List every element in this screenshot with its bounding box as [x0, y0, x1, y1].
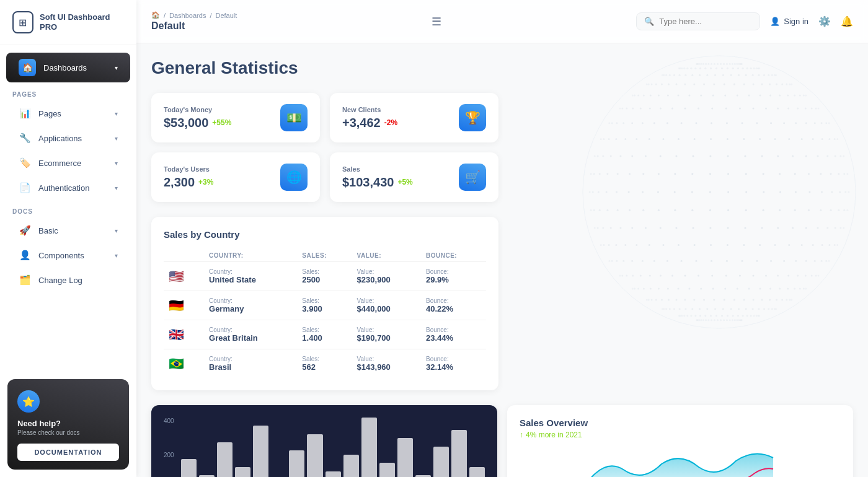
- svg-point-241: [844, 191, 846, 193]
- svg-point-88: [790, 299, 792, 301]
- table-row: 🇬🇧 Country: Great Britain Sales: 1.400 V…: [164, 320, 486, 349]
- country-flag: 🇧🇷: [164, 349, 204, 379]
- country-flag: 🇩🇪: [164, 291, 204, 320]
- svg-point-375: [646, 83, 648, 85]
- sidebar-item-authentication[interactable]: 📄 Authentication ▾: [6, 176, 130, 199]
- col-header-country: [164, 250, 204, 262]
- svg-point-384: [703, 83, 705, 85]
- sidebar-item-pages[interactable]: 📊 Pages ▾: [6, 102, 130, 125]
- table-row: 🇧🇷 Country: Brasil Sales: 562 Value: $14…: [164, 349, 486, 379]
- sidebar-item-basic[interactable]: 🚀 Basic ▾: [6, 219, 130, 242]
- bar-group: [415, 418, 431, 477]
- svg-point-99: [712, 288, 714, 290]
- svg-point-159: [624, 244, 626, 246]
- svg-point-185: [675, 227, 677, 229]
- country-bounce: Bounce: 32.14%: [421, 349, 486, 379]
- svg-point-21: [740, 319, 742, 321]
- svg-point-382: [684, 83, 686, 85]
- documentation-button[interactable]: DOCUMENTATION: [17, 444, 119, 461]
- svg-point-266: [597, 155, 599, 157]
- svg-point-237: [808, 191, 810, 193]
- svg-point-392: [776, 83, 777, 85]
- svg-point-262: [838, 173, 839, 175]
- svg-point-40: [750, 315, 752, 317]
- svg-point-98: [700, 288, 702, 290]
- sidebar-item-dashboards[interactable]: 🏠 Dashboards ▾: [6, 53, 130, 82]
- signin-button[interactable]: 👤 Sign in: [770, 17, 808, 26]
- svg-point-339: [684, 108, 686, 110]
- svg-point-346: [777, 108, 779, 110]
- svg-point-257: [779, 173, 781, 175]
- hamburger-menu[interactable]: ☰: [432, 15, 441, 28]
- bar: [343, 455, 359, 477]
- svg-point-104: [769, 288, 771, 290]
- svg-point-277: [744, 155, 746, 157]
- page-title: General Statistics: [151, 58, 853, 78]
- svg-point-86: [786, 299, 787, 301]
- svg-point-299: [743, 138, 745, 140]
- svg-point-154: [828, 260, 830, 262]
- svg-point-231: [709, 191, 711, 193]
- svg-point-313: [631, 122, 633, 124]
- svg-point-229: [674, 191, 676, 193]
- settings-icon[interactable]: ⚙️: [818, 15, 831, 27]
- svg-point-169: [774, 244, 776, 246]
- svg-point-288: [603, 138, 604, 140]
- svg-point-376: [648, 83, 650, 85]
- svg-point-324: [783, 122, 785, 124]
- country-name: Country: United State: [204, 262, 297, 291]
- stat-label-sales: Sales: [342, 165, 413, 173]
- svg-point-124: [753, 274, 755, 276]
- svg-point-318: [695, 122, 697, 124]
- bar: [469, 467, 485, 477]
- country-flag: 🇺🇸: [164, 262, 204, 291]
- svg-point-126: [777, 274, 779, 276]
- breadcrumb-dashboards: Dashboards: [169, 12, 206, 19]
- svg-point-150: [805, 260, 807, 262]
- svg-point-188: [727, 227, 729, 229]
- svg-point-64: [771, 308, 773, 310]
- search-box[interactable]: 🔍: [636, 12, 760, 30]
- country-bounce: Bounce: 29.9%: [421, 262, 486, 291]
- svg-point-82: [761, 299, 763, 301]
- svg-point-368: [769, 94, 771, 96]
- col-header-country-name: Country:: [204, 250, 297, 262]
- svg-point-252: [691, 173, 693, 175]
- svg-point-259: [808, 173, 810, 175]
- svg-point-62: [763, 308, 765, 310]
- svg-point-111: [619, 274, 621, 276]
- col-header-bounce: Bounce:: [421, 250, 486, 262]
- svg-point-314: [642, 122, 644, 124]
- svg-point-55: [714, 308, 716, 310]
- svg-point-280: [792, 155, 794, 157]
- search-input[interactable]: [659, 17, 752, 26]
- authentication-label: Authentication: [38, 183, 89, 193]
- sidebar-item-changelog[interactable]: 🗂️ Change Log: [6, 268, 130, 292]
- svg-point-216: [820, 209, 822, 211]
- bar-group: [451, 418, 467, 477]
- sidebar-item-ecommerce[interactable]: 🏷️ Ecommerce ▾: [6, 151, 130, 175]
- svg-point-342: [725, 108, 727, 110]
- bar-group: [199, 418, 215, 477]
- chevron-down-icon: ▾: [115, 64, 118, 71]
- svg-point-178: [597, 227, 599, 229]
- svg-point-307: [834, 138, 836, 140]
- sidebar-item-components[interactable]: 👤 Components ▾: [6, 243, 130, 267]
- svg-point-142: [695, 260, 697, 262]
- svg-point-341: [711, 108, 713, 110]
- svg-point-337: [660, 108, 662, 110]
- logo-icon: ⊞: [12, 11, 33, 33]
- svg-point-350: [811, 108, 813, 110]
- sidebar-item-applications[interactable]: 🔧 Applications ▾: [6, 126, 130, 150]
- table-row: 🇺🇸 Country: United State Sales: 2500 Val…: [164, 262, 486, 291]
- svg-point-323: [770, 122, 772, 124]
- svg-point-52: [691, 308, 693, 310]
- help-title: Need help?: [17, 419, 119, 428]
- svg-point-221: [589, 191, 591, 193]
- svg-point-171: [801, 244, 803, 246]
- svg-point-25: [681, 315, 683, 317]
- svg-point-20: [739, 319, 741, 321]
- svg-point-174: [828, 244, 830, 246]
- svg-point-370: [787, 94, 789, 96]
- bell-icon[interactable]: 🔔: [841, 15, 853, 27]
